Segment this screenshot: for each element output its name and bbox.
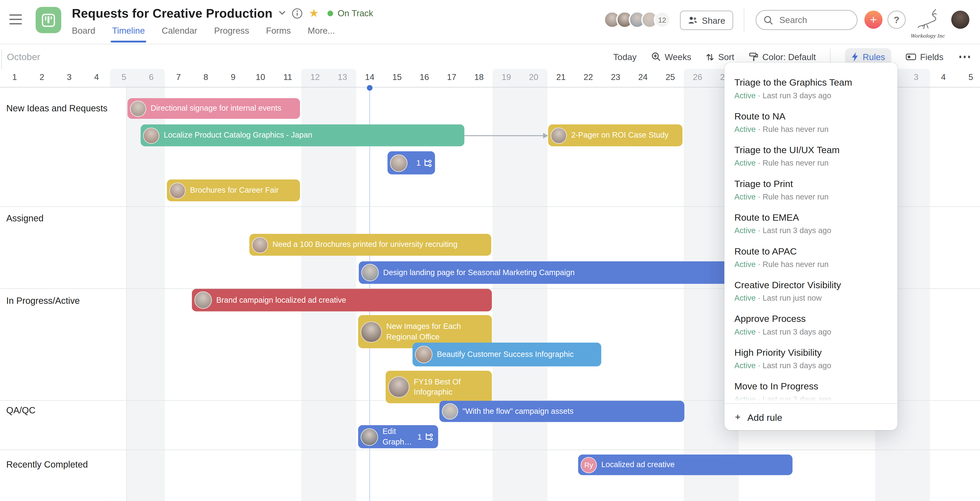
header-divider [744,9,745,32]
avatar [390,154,407,172]
avatar [442,403,458,420]
rule-status: Active · Last run 3 days ago [734,361,888,371]
sort-button[interactable]: Sort [706,52,734,62]
task-bar[interactable]: Edit Graph…1 [358,425,438,448]
date-label: 22 [575,72,602,82]
task-bar[interactable]: Brand campaign localized ad creative [192,289,492,311]
avatar [130,100,146,116]
chevron-down-icon[interactable] [279,11,286,16]
date-label: 13 [329,72,356,82]
rule-item[interactable]: Route to EMEA Active · Last run 3 days a… [724,206,897,240]
rule-status: Active · Last run 3 days ago [734,327,888,337]
rule-status: Active · Last run just now [734,293,888,303]
rule-item[interactable]: Route to NA Active · Rule has never run [724,105,897,139]
month-label: October [7,51,40,62]
tab-board[interactable]: Board [72,26,95,35]
search-box[interactable] [756,10,858,30]
avatar [361,264,379,281]
avatar [388,376,409,397]
paint-icon [749,52,759,62]
color-button[interactable]: Color: Default [749,52,816,62]
tab-forms[interactable]: Forms [266,26,291,35]
fields-button[interactable]: Fields [906,52,943,62]
task-bar[interactable]: 2-Pager on ROI Case Study [548,124,682,146]
rule-item[interactable]: Triage to the Graphics Team Active · Las… [724,71,897,105]
search-icon [764,15,773,25]
date-label: 7 [165,72,192,82]
user-avatar[interactable] [951,11,969,29]
tab-more[interactable]: More... [308,26,335,35]
fields-icon [906,53,916,61]
task-label: 2-Pager on ROI Case Study [571,130,678,140]
task-label: Brand campaign localized ad creative [216,295,487,305]
rule-item[interactable]: High Priority Visibility Active · Last r… [724,341,897,375]
search-input[interactable] [778,14,843,26]
section-label-column: New Ideas and RequestsAssignedIn Progres… [0,88,126,501]
status-dot-icon [328,10,333,16]
star-icon[interactable]: ★ [309,8,319,19]
task-bar[interactable]: "With the flow" campaign assets [439,401,684,422]
task-label: Directional signage for internal events [151,103,296,113]
rules-list-fade [724,389,897,404]
task-meta: 1 [416,158,433,168]
avatar [143,127,159,144]
date-label: 10 [247,72,274,82]
rules-list: Triage to the Graphics Team Active · Las… [724,62,897,404]
task-label: "With the flow" campaign assets [463,406,680,416]
rule-item[interactable]: Route to APAC Active · Rule has never ru… [724,240,897,274]
rule-title: Creative Director Visibility [734,278,888,291]
share-button[interactable]: Share [680,11,733,30]
title-row: Requests for Creative Production ★ On Tr… [72,4,373,22]
project-icon [36,7,61,33]
rule-status: Active · Last run 3 days ago [734,226,888,236]
avatar [550,127,567,144]
rule-title: Triage to the UI/UX Team [734,143,888,156]
avatar [169,182,186,199]
task-bar[interactable]: Need a 100 Brochures printed for univers… [249,234,491,256]
info-icon[interactable] [292,8,302,19]
subtask-branch-icon [424,432,434,442]
member-avatar-stack[interactable]: 12 [604,11,671,28]
date-label: 21 [547,72,575,82]
help-button[interactable]: ? [888,11,905,29]
rule-item[interactable]: Approve Process Active · Last run 3 days… [724,308,897,341]
lightning-icon [851,52,859,62]
rule-title: High Priority Visibility [734,346,888,359]
create-button[interactable]: + [864,11,883,29]
tab-timeline[interactable]: Timeline [112,26,145,35]
date-label: 15 [383,72,411,82]
zoom-weeks-button[interactable]: Weeks [651,52,691,62]
more-options-button[interactable] [958,53,971,61]
people-icon [688,16,697,24]
date-label: 16 [411,72,438,82]
subtask-count: 1 [417,432,422,442]
date-label: 5 [957,72,980,82]
task-bar[interactable]: FY19 Best Of Infographic [386,371,492,403]
tab-calendar[interactable]: Calendar [162,26,197,35]
task-bar[interactable]: RyLocalized ad creative [578,455,792,475]
today-button[interactable]: Today [613,52,636,62]
task-bar[interactable]: Localize Product Catalog Graphics - Japa… [141,124,465,146]
section-divider [0,450,980,450]
board-glyph-icon [42,14,55,27]
add-rule-button[interactable]: + Add rule [724,403,897,430]
subtask-count: 1 [416,158,421,168]
task-bar[interactable]: B f…1 [388,152,435,174]
task-label: New Images for Each Regional Office [387,321,487,342]
rule-item[interactable]: Triage to Print Active · Rule has never … [724,172,897,206]
status-label: On Track [337,8,373,18]
rule-item[interactable]: Creative Director Visibility Active · La… [724,274,897,308]
rule-status: Active · Rule has never run [734,158,888,168]
task-bar[interactable]: Directional signage for internal events [127,98,300,119]
rule-title: Approve Process [734,312,888,325]
member-overflow-badge[interactable]: 12 [654,11,671,28]
project-status[interactable]: On Track [328,8,373,18]
hamburger-menu-icon[interactable] [10,14,22,24]
rule-title: Route to APAC [734,244,888,257]
tab-progress[interactable]: Progress [214,26,249,35]
task-bar[interactable]: Brochures for Career Fair [167,179,300,201]
task-bar[interactable]: Beautify Customer Success Infographic [412,343,601,366]
date-label: 4 [83,72,110,82]
task-label: Edit Graph… [382,426,413,447]
rule-item[interactable]: Triage to the UI/UX Team Active · Rule h… [724,139,897,172]
